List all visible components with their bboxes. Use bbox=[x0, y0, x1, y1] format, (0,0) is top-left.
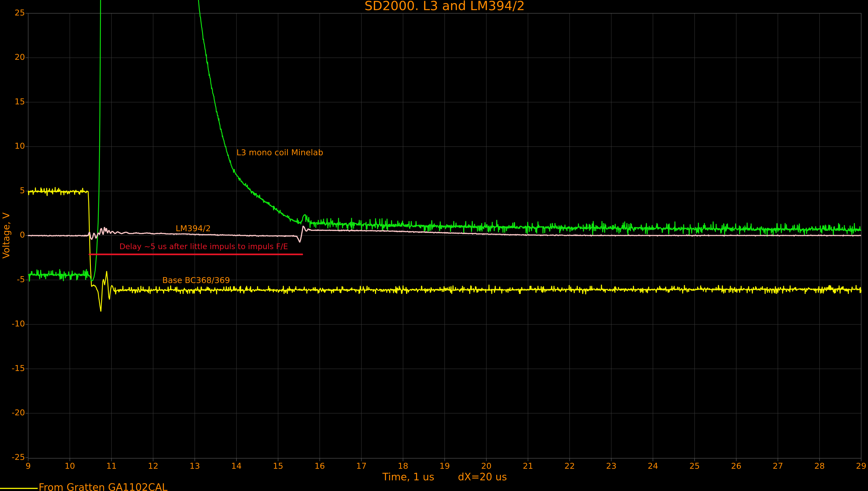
x-tick-label: 26 bbox=[723, 461, 750, 470]
l3-label: L3 mono coil Minelab bbox=[237, 148, 323, 157]
x-tick-label: 28 bbox=[806, 461, 833, 470]
x-axis-label: Time, 1 us bbox=[382, 471, 434, 483]
x-tick-label: 14 bbox=[223, 461, 250, 470]
x-tick-label: 19 bbox=[431, 461, 458, 470]
x-tick-label: 16 bbox=[306, 461, 333, 470]
x-tick-label: 29 bbox=[847, 461, 868, 470]
y-tick-label: 10 bbox=[3, 141, 25, 150]
x-tick-label: 18 bbox=[389, 461, 417, 470]
y-tick-label: 20 bbox=[3, 53, 25, 62]
x-tick-label: 10 bbox=[56, 461, 83, 470]
x-tick-label: 25 bbox=[681, 461, 708, 470]
y-tick-label: 15 bbox=[3, 97, 25, 106]
y-tick-label: -20 bbox=[3, 408, 25, 417]
x-tick-label: 22 bbox=[556, 461, 583, 470]
legend-key-line bbox=[0, 488, 38, 489]
x-tick-label: 11 bbox=[98, 461, 125, 470]
oscilloscope-chart: SD2000. L3 and LM394/2 Voltage, V Time, … bbox=[0, 0, 868, 491]
legend-source-label: From Gratten GA1102CAL bbox=[39, 482, 168, 491]
x-tick-label: 12 bbox=[140, 461, 167, 470]
y-tick-label: -15 bbox=[3, 364, 25, 373]
y-tick-label: 5 bbox=[3, 186, 25, 195]
y-tick-label: -10 bbox=[3, 319, 25, 328]
x-tick-label: 17 bbox=[348, 461, 375, 470]
x-tick-label: 9 bbox=[14, 461, 42, 470]
y-tick-label: 0 bbox=[3, 230, 25, 239]
x-tick-label: 15 bbox=[265, 461, 292, 470]
x-tick-label: 13 bbox=[181, 461, 208, 470]
y-tick-label: -5 bbox=[3, 275, 25, 284]
chart-title: SD2000. L3 and LM394/2 bbox=[28, 0, 861, 13]
x-axis-label-row: Time, 1 us dX=20 us bbox=[28, 471, 861, 482]
x-tick-label: 24 bbox=[639, 461, 667, 470]
lm394-label: LM394/2 bbox=[176, 224, 211, 233]
x-tick-label: 21 bbox=[514, 461, 542, 470]
y-tick-label: 25 bbox=[3, 8, 25, 17]
y-tick-label: -25 bbox=[3, 453, 25, 462]
x-tick-label: 20 bbox=[473, 461, 500, 470]
x-tick-label: 27 bbox=[764, 461, 791, 470]
delay-label: Delay ~5 us after little impuls to impul… bbox=[119, 242, 288, 251]
dx-label: dX=20 us bbox=[458, 471, 507, 483]
x-tick-label: 23 bbox=[598, 461, 625, 470]
base-label: Base BC368/369 bbox=[162, 276, 230, 285]
